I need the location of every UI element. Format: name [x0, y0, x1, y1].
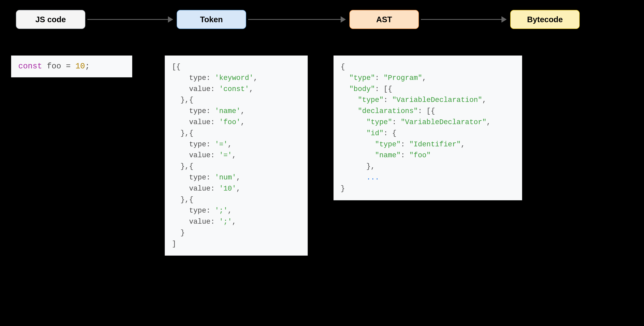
js-identifier: foo: [47, 62, 61, 71]
diagram-canvas: JS code Token AST Bytecode const foo = 1…: [0, 0, 644, 326]
stage-js-code: JS code: [16, 10, 85, 29]
ast-ellipsis: ...: [366, 174, 379, 182]
arrow-js-to-token: [87, 19, 173, 20]
token-panel: [{ type: 'keyword', value: 'const', },{ …: [165, 55, 308, 256]
ast-panel: { "type": "Program", "body": [{ "type": …: [334, 55, 522, 200]
js-number: 10: [76, 62, 85, 71]
js-source-panel: const foo = 10;: [11, 55, 132, 77]
js-keyword: const: [18, 62, 42, 71]
stage-bytecode: Bytecode: [510, 10, 580, 29]
js-semicolon: ;: [85, 62, 90, 71]
js-operator: =: [66, 62, 71, 71]
arrow-ast-to-bytecode: [421, 19, 506, 20]
arrow-token-to-ast: [248, 19, 346, 20]
stage-token: Token: [177, 10, 246, 29]
stage-ast: AST: [350, 10, 419, 29]
